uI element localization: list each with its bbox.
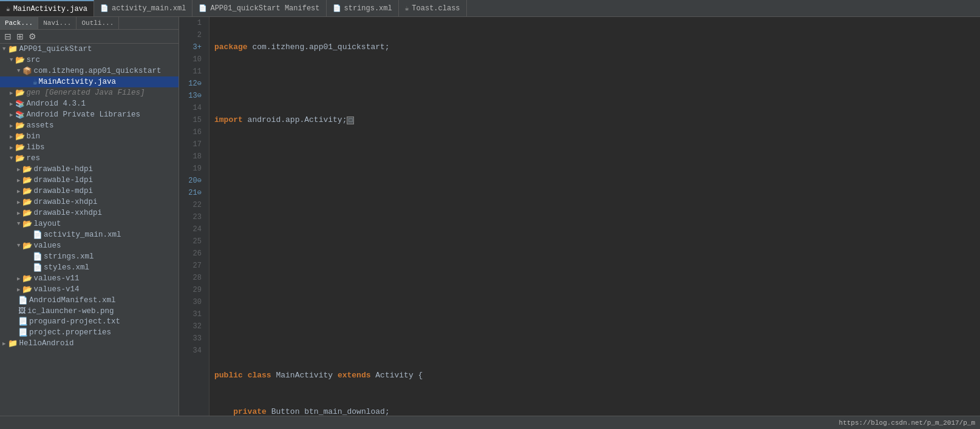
tab-label: activity_main.xml: [112, 4, 186, 13]
tree-label: AndroidManifest.xml: [29, 296, 116, 305]
line-num-12[interactable]: 12⊖: [184, 78, 204, 90]
tree-item-androidmanifest[interactable]: 📄 AndroidManifest.xml: [0, 295, 179, 306]
code-line-4: [214, 151, 975, 163]
tree-label: assets: [26, 121, 53, 130]
tree-label: MainActivity.java: [39, 78, 117, 86]
tree-label: drawable-xhdpi: [33, 198, 97, 206]
sidebar-tab-outli[interactable]: Outli...: [77, 17, 119, 29]
line-num-24: 24: [184, 223, 204, 235]
tree-item-app01[interactable]: ▼ 📁 APP01_quickStart: [0, 44, 179, 55]
folder-icon: 📂: [22, 175, 32, 185]
expand-arrow: ▶: [10, 101, 13, 107]
code-content[interactable]: package com.itzheng.app01_quickstart; im…: [209, 17, 980, 416]
tree-item-bin[interactable]: ▶ 📂 bin: [0, 131, 179, 142]
tree-label: Android Private Libraries: [26, 110, 140, 119]
tree-label: ic_launcher-web.png: [27, 307, 114, 316]
code-editor[interactable]: 1 2 3+ 10 11 12⊖ 13⊖ 14 15 16 17 18 19: [179, 17, 980, 416]
code-line-3: import android.app.Activity;□: [214, 114, 975, 127]
tree-item-project-properties[interactable]: 📃 project.properties: [0, 327, 179, 338]
package-icon: 📦: [22, 66, 32, 76]
tree-label: HelloAndroid: [19, 339, 73, 348]
tree-item-libs[interactable]: ▶ 📂 libs: [0, 142, 179, 153]
code-line-1: package com.itzheng.app01_quickstart;: [214, 41, 975, 53]
file-icon: 📃: [18, 328, 28, 337]
line-num-27: 27: [184, 260, 204, 272]
tree-item-package[interactable]: ▼ 📦 com.itzheng.app01_quickstart: [0, 66, 179, 76]
tab-bar: ☕ MainActivity.java 📄 activity_main.xml …: [0, 0, 980, 17]
line-num-17: 17: [184, 138, 204, 150]
xml-file-icon: 📄: [33, 230, 43, 240]
expand-arrow: ▶: [10, 133, 13, 140]
tree-item-layout[interactable]: ▼ 📂 layout: [0, 218, 179, 229]
tree-item-drawable-xxhdpi[interactable]: ▶ 📂 drawable-xxhdpi: [0, 208, 179, 218]
tree-item-values[interactable]: ▼ 📂 values: [0, 240, 179, 251]
expand-arrow: ▶: [17, 199, 20, 206]
tab-activity-main-xml[interactable]: 📄 activity_main.xml: [94, 0, 192, 16]
expand-arrow: ▼: [10, 155, 13, 161]
tree-label: APP01_quickStart: [19, 45, 92, 53]
expand-arrow: ▼: [10, 57, 13, 63]
tree-item-proguard[interactable]: 📃 proguard-project.txt: [0, 316, 179, 327]
tree-label: bin: [26, 132, 40, 141]
tree-item-mainactivity[interactable]: ☕ MainActivity.java: [0, 76, 179, 87]
expand-arrow: ▶: [10, 144, 13, 151]
expand-all-button[interactable]: ⊞: [15, 31, 26, 42]
folder-icon: 📂: [22, 186, 32, 196]
tree-label: gen [Generated Java Files]: [26, 89, 145, 97]
tree-item-values-v11[interactable]: ▶ 📂 values-v11: [0, 273, 179, 284]
folder-icon: 📂: [15, 154, 25, 163]
tab-label: strings.xml: [344, 4, 392, 13]
tree-item-res[interactable]: ▼ 📂 res: [0, 153, 179, 164]
tab-main-activity[interactable]: ☕ MainActivity.java: [0, 0, 94, 16]
tree-item-gen[interactable]: ▶ 📂 gen [Generated Java Files]: [0, 87, 179, 98]
collapse-all-button[interactable]: ⊟: [2, 31, 13, 42]
tree-item-activity-main-xml[interactable]: 📄 activity_main.xml: [0, 229, 179, 240]
tree-item-ic-launcher[interactable]: 🖼 ic_launcher-web.png: [0, 306, 179, 316]
tree-item-assets[interactable]: ▶ 📂 assets: [0, 120, 179, 131]
line-num-29: 29: [184, 284, 204, 296]
settings-button[interactable]: ⚙: [27, 31, 38, 42]
tree-item-drawable-hdpi[interactable]: ▶ 📂 drawable-hdpi: [0, 164, 179, 175]
expand-arrow: ▼: [17, 243, 20, 249]
image-icon: 🖼: [18, 306, 26, 316]
tree-item-drawable-xhdpi[interactable]: ▶ 📂 drawable-xhdpi: [0, 197, 179, 208]
line-num-34: 34: [184, 345, 204, 357]
xml-file-icon: 📄: [33, 252, 43, 262]
tab-toast-class[interactable]: ☕ Toast.class: [399, 0, 467, 16]
tree-item-drawable-mdpi[interactable]: ▶ 📂 drawable-mdpi: [0, 186, 179, 197]
tab-strings-xml[interactable]: 📄 strings.xml: [327, 0, 399, 16]
tree-item-drawable-ldpi[interactable]: ▶ 📂 drawable-ldpi: [0, 175, 179, 186]
sidebar-tab-navi[interactable]: Navi...: [38, 17, 77, 29]
tree-item-hello-android[interactable]: ▶ 📁 HelloAndroid: [0, 338, 179, 349]
line-num-13[interactable]: 13⊖: [184, 90, 204, 102]
line-num-20[interactable]: 20⊖: [184, 175, 204, 187]
xml-file-icon: 📄: [18, 296, 28, 305]
tree-item-values-v14[interactable]: ▶ 📂 values-v14: [0, 284, 179, 295]
tree-item-android-private-libs[interactable]: ▶ 📚 Android Private Libraries: [0, 109, 179, 120]
expand-arrow: ▶: [17, 177, 20, 184]
line-num-15: 15: [184, 114, 204, 126]
line-num-2: 2: [184, 29, 204, 41]
line-num-32: 32: [184, 320, 204, 333]
code-line-5: [214, 187, 975, 200]
code-line-9: [214, 333, 975, 345]
tab-app01-manifest[interactable]: 📄 APP01_quickStart Manifest: [192, 0, 326, 16]
line-num-16: 16: [184, 126, 204, 138]
line-num-3[interactable]: 3+: [184, 41, 204, 53]
tree-item-android431[interactable]: ▶ 📚 Android 4.3.1: [0, 98, 179, 109]
line-num-1: 1: [184, 17, 204, 29]
main-area: Pack... Navi... Outli... ⊟ ⊞ ⚙ ▼ 📁 APP01…: [0, 17, 980, 416]
line-num-21[interactable]: 21⊖: [184, 187, 204, 199]
tree-item-strings-xml[interactable]: 📄 strings.xml: [0, 251, 179, 262]
tree-label: values-v14: [33, 285, 79, 294]
tree-label: activity_main.xml: [44, 231, 121, 239]
tree-label: res: [26, 154, 40, 163]
lib-icon: 📚: [15, 110, 25, 120]
folder-icon: 📂: [15, 55, 25, 65]
tree-item-styles-xml[interactable]: 📄 styles.xml: [0, 262, 179, 273]
line-num-18: 18: [184, 150, 204, 163]
tree-item-src[interactable]: ▼ 📂 src: [0, 55, 179, 66]
sidebar-tab-pack[interactable]: Pack...: [0, 17, 38, 29]
line-num-25: 25: [184, 235, 204, 248]
tree-label: values-v11: [33, 274, 79, 283]
